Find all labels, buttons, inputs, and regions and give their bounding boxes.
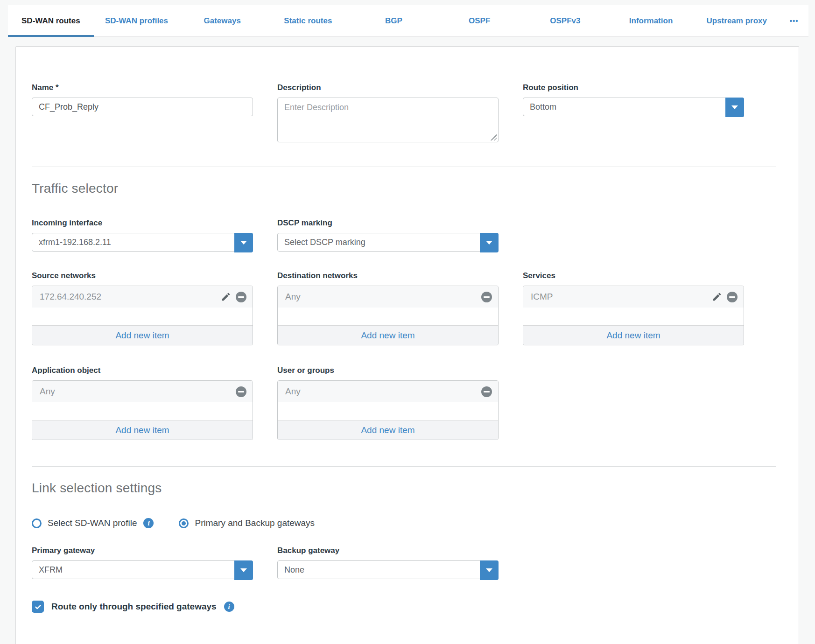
destination-networks-listbox: Any Add new item	[277, 286, 499, 345]
remove-icon[interactable]	[481, 292, 492, 302]
user-or-groups-add-new-item-button[interactable]: Add new item	[278, 420, 498, 440]
dscp-marking-field-group: DSCP marking Select DSCP marking	[277, 218, 499, 252]
networks-services-row: Source networks 172.64.240.252 Add new i…	[32, 271, 776, 345]
sd-wan-route-form-panel: Name * Description Route position Bottom…	[15, 46, 799, 644]
traffic-selector-heading: Traffic selector	[32, 181, 776, 196]
backup-gateway-dropdown-button[interactable]	[480, 560, 499, 580]
link-selection-heading: Link selection settings	[32, 481, 776, 496]
route-position-label: Route position	[523, 83, 744, 92]
route-position-value: Bottom	[530, 102, 556, 112]
route-position-field-group: Route position Bottom	[523, 83, 744, 116]
remove-icon[interactable]	[236, 386, 246, 397]
dscp-marking-select[interactable]: Select DSCP marking	[277, 233, 499, 252]
source-networks-item-value: 172.64.240.252	[40, 292, 220, 302]
tab-ospf[interactable]: OSPF	[436, 5, 522, 36]
interface-dscp-row: Incoming interface xfrm1-192.168.2.11 DS…	[32, 218, 776, 252]
info-icon[interactable]: i	[143, 518, 154, 528]
source-networks-item: 172.64.240.252	[32, 286, 253, 308]
backup-gateway-value: None	[284, 565, 304, 575]
route-position-select[interactable]: Bottom	[523, 98, 744, 116]
edit-icon[interactable]	[220, 291, 232, 302]
primary-gateway-dropdown-button[interactable]	[234, 560, 253, 580]
dscp-marking-dropdown-button[interactable]	[480, 233, 499, 252]
edit-icon[interactable]	[711, 291, 723, 302]
user-or-groups-field-group: User or groups Any Add new item	[277, 366, 499, 440]
tab-sd-wan-routes[interactable]: SD-WAN routes	[8, 5, 94, 36]
incoming-interface-select[interactable]: xfrm1-192.168.2.11	[32, 233, 253, 252]
dscp-marking-value: Select DSCP marking	[284, 238, 365, 247]
section-divider	[32, 466, 776, 467]
name-input[interactable]	[32, 98, 253, 116]
application-object-field-group: Application object Any Add new item	[32, 366, 253, 440]
services-field-group: Services ICMP Add new item	[523, 271, 744, 345]
tab-bgp[interactable]: BGP	[351, 5, 437, 36]
primary-gateway-select[interactable]: XFRM	[32, 560, 253, 579]
incoming-interface-label: Incoming interface	[32, 218, 253, 228]
application-object-add-new-item-button[interactable]: Add new item	[32, 420, 253, 440]
destination-networks-item-value: Any	[285, 292, 477, 302]
checkbox-checked-icon[interactable]	[32, 601, 44, 613]
basic-fields-row: Name * Description Route position Bottom	[32, 83, 776, 144]
caret-down-icon	[240, 241, 247, 245]
dscp-marking-label: DSCP marking	[277, 218, 499, 228]
source-networks-add-new-item-button[interactable]: Add new item	[32, 325, 253, 345]
primary-gateway-value: XFRM	[39, 565, 63, 575]
application-users-row: Application object Any Add new item User…	[32, 366, 776, 440]
description-textarea[interactable]	[277, 98, 499, 142]
name-field-group: Name *	[32, 83, 253, 116]
destination-networks-label: Destination networks	[277, 271, 499, 280]
services-label: Services	[523, 271, 744, 280]
application-object-item: Any	[32, 381, 253, 402]
radio-selected-icon	[179, 518, 189, 528]
application-object-listbox: Any Add new item	[32, 380, 253, 440]
services-item: ICMP	[523, 286, 744, 308]
source-networks-listbox: 172.64.240.252 Add new item	[32, 286, 253, 345]
list-empty-space	[278, 308, 498, 325]
radio-unselected-icon	[32, 518, 42, 528]
tabs-more-icon[interactable]: •••	[780, 5, 808, 36]
incoming-interface-field-group: Incoming interface xfrm1-192.168.2.11	[32, 218, 253, 252]
caret-down-icon	[731, 105, 738, 109]
backup-gateway-select[interactable]: None	[277, 560, 499, 579]
remove-icon[interactable]	[481, 386, 492, 397]
caret-down-icon	[240, 568, 247, 572]
route-only-checkbox-row: Route only through specified gateways i	[32, 601, 776, 613]
source-networks-field-group: Source networks 172.64.240.252 Add new i…	[32, 271, 253, 345]
tab-gateways[interactable]: Gateways	[179, 5, 265, 36]
destination-networks-add-new-item-button[interactable]: Add new item	[278, 325, 498, 345]
name-label: Name *	[32, 83, 253, 92]
backup-gateway-field-group: Backup gateway None	[277, 546, 499, 579]
link-selection-radio-group: Select SD-WAN profile i Primary and Back…	[32, 518, 776, 528]
tab-sd-wan-profiles[interactable]: SD-WAN profiles	[94, 5, 180, 36]
user-or-groups-item: Any	[278, 381, 498, 402]
application-object-label: Application object	[32, 366, 253, 375]
list-empty-space	[523, 308, 744, 325]
radio-select-sdwan-profile[interactable]: Select SD-WAN profile	[32, 518, 137, 528]
user-or-groups-item-value: Any	[285, 386, 477, 397]
description-label: Description	[277, 83, 499, 92]
radio-sdwan-profile-label: Select SD-WAN profile	[48, 518, 137, 528]
gateways-row: Primary gateway XFRM Backup gateway None	[32, 546, 776, 579]
tab-static-routes[interactable]: Static routes	[265, 5, 351, 36]
destination-networks-field-group: Destination networks Any Add new item	[277, 271, 499, 345]
tab-bar: SD-WAN routes SD-WAN profiles Gateways S…	[8, 5, 808, 37]
caret-down-icon	[486, 568, 492, 572]
primary-gateway-label: Primary gateway	[32, 546, 253, 555]
remove-icon[interactable]	[727, 292, 738, 302]
tab-information[interactable]: Information	[608, 5, 694, 36]
services-item-value: ICMP	[531, 292, 711, 302]
info-icon[interactable]: i	[224, 602, 234, 612]
description-field-group: Description	[277, 83, 499, 144]
route-position-dropdown-button[interactable]	[725, 98, 744, 117]
remove-icon[interactable]	[236, 292, 246, 302]
user-or-groups-listbox: Any Add new item	[277, 380, 499, 440]
backup-gateway-label: Backup gateway	[277, 546, 499, 555]
tab-ospfv3[interactable]: OSPFv3	[522, 5, 608, 36]
services-listbox: ICMP Add new item	[523, 286, 744, 345]
services-add-new-item-button[interactable]: Add new item	[523, 325, 744, 345]
radio-primary-backup-gateways[interactable]: Primary and Backup gateways	[179, 518, 315, 528]
incoming-interface-value: xfrm1-192.168.2.11	[39, 238, 111, 247]
tab-upstream-proxy[interactable]: Upstream proxy	[694, 5, 780, 36]
list-empty-space	[32, 402, 253, 420]
incoming-interface-dropdown-button[interactable]	[234, 233, 253, 252]
